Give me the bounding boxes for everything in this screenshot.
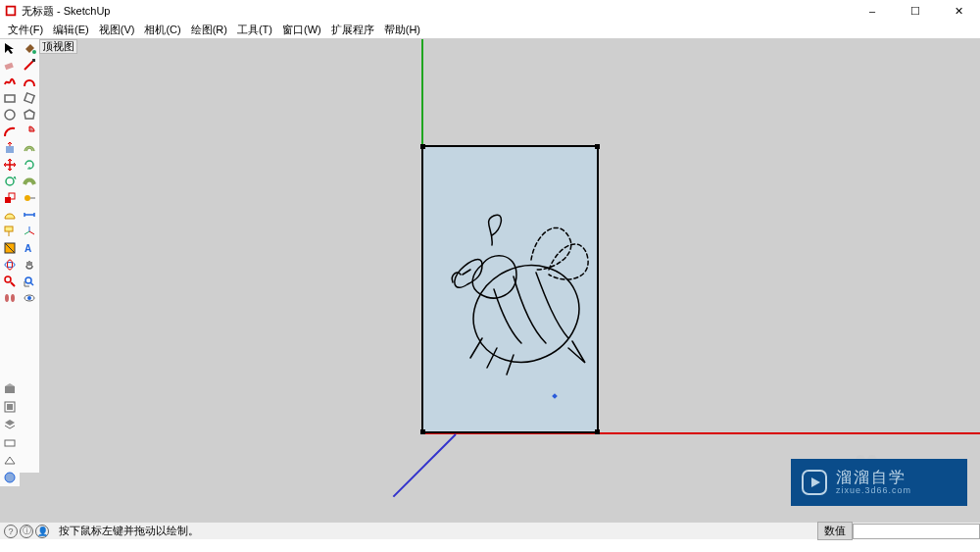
tool-paint-bucket[interactable] bbox=[20, 39, 39, 56]
status-right: 数值 bbox=[817, 522, 980, 540]
tool-zoom[interactable] bbox=[0, 273, 20, 289]
tool-text[interactable] bbox=[0, 223, 20, 239]
svg-rect-17 bbox=[5, 226, 13, 231]
tool-layers[interactable] bbox=[0, 416, 20, 433]
tool-offset[interactable] bbox=[20, 139, 39, 156]
svg-rect-8 bbox=[5, 95, 15, 102]
svg-marker-29 bbox=[5, 383, 15, 386]
menu-window[interactable]: 窗口(W) bbox=[278, 23, 325, 37]
svg-rect-32 bbox=[5, 440, 15, 446]
menu-camera[interactable]: 相机(C) bbox=[140, 23, 184, 37]
statusbar: ? ⓘ 👤 按下鼠标左键并拖动以绘制。 数值 bbox=[0, 522, 980, 539]
tool-dimension[interactable] bbox=[20, 206, 39, 223]
tool-outliner[interactable] bbox=[0, 433, 20, 451]
svg-point-16 bbox=[24, 195, 30, 201]
window-title: 无标题 - SketchUp bbox=[22, 4, 851, 19]
tool-rotate[interactable] bbox=[20, 156, 39, 173]
menubar: 文件(F) 编辑(E) 视图(V) 相机(C) 绘图(R) 工具(T) 窗口(W… bbox=[0, 22, 980, 39]
menu-view[interactable]: 视图(V) bbox=[95, 23, 139, 37]
status-hint: 按下鼠标左键并拖动以绘制。 bbox=[59, 524, 199, 538]
svg-point-27 bbox=[27, 296, 31, 300]
svg-point-33 bbox=[5, 473, 15, 482]
watermark: 溜溜自学 zixue.3d66.com bbox=[791, 459, 967, 506]
svg-point-25 bbox=[11, 294, 15, 302]
measurement-label: 数值 bbox=[817, 522, 853, 540]
tool-arc[interactable] bbox=[0, 123, 20, 139]
svg-point-21 bbox=[8, 260, 13, 270]
tool-tape[interactable] bbox=[20, 189, 39, 206]
tool-3d-warehouse[interactable] bbox=[0, 380, 20, 398]
svg-rect-9 bbox=[24, 92, 34, 102]
tool-section[interactable] bbox=[0, 239, 20, 256]
menu-tools[interactable]: 工具(T) bbox=[233, 23, 276, 37]
tool-freehand[interactable] bbox=[0, 73, 20, 89]
status-geolocation-icon[interactable]: ? bbox=[4, 525, 18, 538]
watermark-play-icon bbox=[801, 469, 828, 496]
app-icon bbox=[4, 4, 18, 18]
tool-3dtext[interactable]: A bbox=[20, 239, 39, 256]
bee-sketch bbox=[423, 147, 601, 435]
svg-point-22 bbox=[5, 276, 11, 282]
menu-help[interactable]: 帮助(H) bbox=[380, 23, 424, 37]
menu-edit[interactable]: 编辑(E) bbox=[49, 23, 93, 37]
tool-add-location[interactable] bbox=[0, 469, 20, 486]
svg-point-20 bbox=[5, 262, 15, 267]
status-icons: ? ⓘ 👤 bbox=[0, 525, 49, 538]
viewport-canvas[interactable]: 溜溜自学 zixue.3d66.com bbox=[39, 39, 980, 522]
tool-curve[interactable] bbox=[20, 73, 39, 89]
watermark-main: 溜溜自学 bbox=[836, 470, 911, 485]
tool-walk[interactable] bbox=[0, 289, 20, 306]
tool-pushpull[interactable] bbox=[0, 139, 20, 156]
tool-polygon[interactable] bbox=[20, 106, 39, 123]
measurement-input[interactable] bbox=[853, 524, 980, 539]
menu-file[interactable]: 文件(F) bbox=[4, 23, 47, 37]
viewport-label: 顶视图 bbox=[39, 39, 77, 54]
maximize-button[interactable]: ☐ bbox=[894, 0, 937, 22]
svg-marker-4 bbox=[811, 477, 820, 487]
tool-eraser[interactable] bbox=[0, 56, 20, 73]
svg-rect-31 bbox=[7, 404, 13, 410]
svg-rect-7 bbox=[32, 59, 35, 62]
tool-protractor[interactable] bbox=[0, 206, 20, 223]
tool-rotate2[interactable] bbox=[0, 173, 20, 189]
tool-pan[interactable] bbox=[20, 256, 39, 273]
tool-orbit[interactable] bbox=[0, 256, 20, 273]
drawing-face[interactable] bbox=[421, 145, 599, 433]
tool-followme[interactable] bbox=[20, 173, 39, 189]
svg-rect-28 bbox=[5, 386, 15, 393]
tool-circle[interactable] bbox=[0, 106, 20, 123]
svg-rect-6 bbox=[5, 62, 14, 69]
tool-rectangle[interactable] bbox=[0, 89, 20, 106]
status-credits-icon[interactable]: ⓘ bbox=[20, 525, 33, 538]
tool-axes[interactable] bbox=[20, 223, 39, 239]
svg-point-13 bbox=[6, 177, 14, 185]
svg-point-10 bbox=[5, 110, 15, 120]
menu-extensions[interactable]: 扩展程序 bbox=[327, 23, 378, 37]
watermark-sub: zixue.3d66.com bbox=[836, 485, 911, 495]
tool-model-info[interactable] bbox=[0, 451, 20, 469]
tool-line[interactable] bbox=[20, 56, 39, 73]
tool-move[interactable] bbox=[0, 156, 20, 173]
svg-point-5 bbox=[32, 50, 36, 54]
tool-select[interactable] bbox=[0, 39, 20, 56]
svg-rect-1 bbox=[8, 8, 15, 15]
status-user-icon[interactable]: 👤 bbox=[35, 525, 49, 538]
tool-lookaround[interactable] bbox=[20, 289, 39, 306]
svg-marker-11 bbox=[24, 110, 34, 119]
workspace: 溜溜自学 zixue.3d66.com 顶视图 A bbox=[0, 39, 980, 522]
window-controls: – ☐ ✕ bbox=[851, 0, 980, 22]
close-button[interactable]: ✕ bbox=[937, 0, 980, 22]
tool-component[interactable] bbox=[0, 398, 20, 416]
svg-text:A: A bbox=[24, 243, 31, 254]
svg-rect-12 bbox=[6, 146, 14, 153]
toolbar-lower bbox=[0, 380, 20, 486]
tool-pie[interactable] bbox=[20, 123, 39, 139]
menu-draw[interactable]: 绘图(R) bbox=[187, 23, 231, 37]
minimize-button[interactable]: – bbox=[851, 0, 894, 22]
tool-scale[interactable] bbox=[0, 189, 20, 206]
tool-rotated-rect[interactable] bbox=[20, 89, 39, 106]
tool-zoom-extents[interactable] bbox=[20, 273, 39, 289]
toolbar-spacer bbox=[0, 306, 39, 312]
svg-point-24 bbox=[5, 294, 9, 302]
titlebar: 无标题 - SketchUp – ☐ ✕ bbox=[0, 0, 980, 22]
